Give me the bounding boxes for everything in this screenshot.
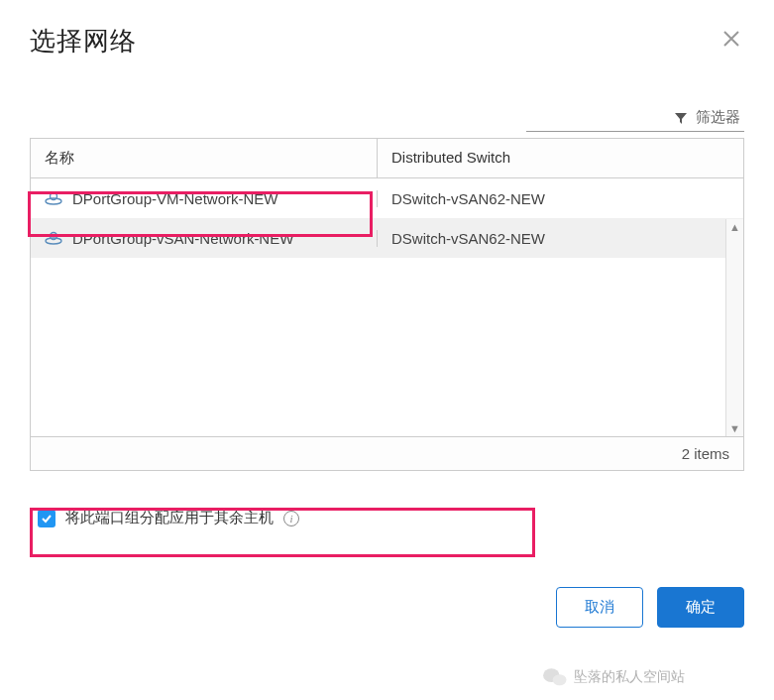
apply-to-hosts-row[interactable]: 将此端口组分配应用于其余主机 i [30,499,744,537]
row-name-text: DPortGroup-vSAN-Network-NEW [72,230,293,247]
filter-label: 筛选器 [696,108,740,127]
table-row[interactable]: DPortGroup-vSAN-Network-NEW DSwitch-vSAN… [31,218,743,258]
portgroup-icon [45,191,62,205]
item-count: 2 items [31,436,743,470]
table-row[interactable]: DPortGroup-VM-Network-NEW DSwitch-vSAN62… [31,178,743,218]
cancel-button[interactable]: 取消 [556,587,643,628]
cell-name: DPortGroup-vSAN-Network-NEW [31,230,378,247]
portgroup-icon [45,231,62,245]
close-button[interactable] [719,24,744,58]
dialog-footer: 取消 确定 [30,587,744,628]
select-network-dialog: 选择网络 筛选器 名称 Distributed Switch DPortGrou… [0,0,774,651]
column-header-switch[interactable]: Distributed Switch [378,139,743,177]
dialog-title: 选择网络 [30,24,137,58]
cell-switch: DSwitch-vSAN62-NEW [378,190,743,207]
scrollbar[interactable]: ▲ ▼ [725,219,743,436]
check-icon [41,513,53,525]
dialog-header: 选择网络 [30,24,744,58]
scroll-down-icon: ▼ [729,422,740,434]
info-icon[interactable]: i [283,511,299,526]
table-body: DPortGroup-VM-Network-NEW DSwitch-vSAN62… [31,178,743,436]
watermark: 坠落的私人空间站 [542,666,685,688]
filter-section[interactable]: 筛选器 [30,108,744,127]
network-table: 名称 Distributed Switch DPortGroup-VM-Netw… [30,138,744,471]
cell-name: DPortGroup-VM-Network-NEW [31,190,378,207]
column-header-name[interactable]: 名称 [31,139,378,177]
table-header: 名称 Distributed Switch [31,139,743,178]
watermark-text: 坠落的私人空间站 [574,668,685,686]
apply-checkbox-label: 将此端口组分配应用于其余主机 [65,509,274,527]
apply-checkbox[interactable] [38,510,55,527]
ok-button[interactable]: 确定 [657,587,744,628]
close-icon [722,30,740,48]
filter-underline [526,131,744,132]
wechat-icon [542,666,568,688]
filter-icon [674,111,688,125]
row-name-text: DPortGroup-VM-Network-NEW [72,190,278,207]
svg-point-5 [553,674,567,685]
scroll-up-icon: ▲ [729,221,740,233]
cell-switch: DSwitch-vSAN62-NEW [378,230,743,247]
